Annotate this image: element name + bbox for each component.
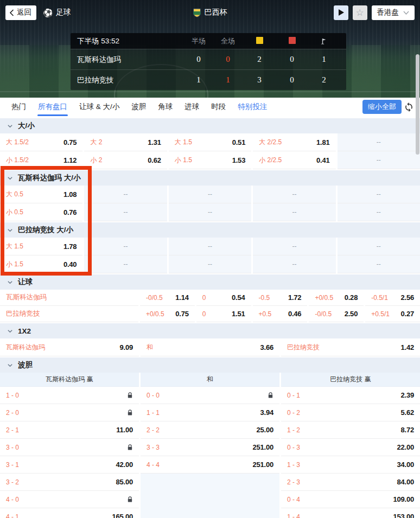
odds-label: 3 - 0 [6,444,19,451]
odds-cell[interactable]: 小 0.50.76 [0,203,82,221]
odds-value: 3.66 [260,343,273,351]
odds-label: 4 - 4 [147,461,160,469]
odds-cell[interactable]: 2 - 111.00 [0,421,139,439]
odds-cell[interactable]: -0.51.72 [253,290,308,306]
odds-cell[interactable]: 0 - 25.62 [281,404,420,421]
odds-cell[interactable]: 2 - 384.00 [281,474,420,491]
home-corners: 1 [308,55,340,64]
odds-value: 1.14 [175,293,189,302]
odds-label: 0 - 4 [287,496,300,503]
tab-special-bets[interactable]: 特别投注 [232,98,273,116]
odds-cell[interactable]: +0.5/10.27 [365,306,420,322]
back-button[interactable]: 返回 [5,5,36,20]
odds-cell[interactable]: 1 - 28.72 [281,421,420,439]
odds-cell[interactable]: +0/0.50.28 [309,290,364,306]
refresh-button[interactable] [402,100,416,114]
odds-cell[interactable]: 大 1.5/20.75 [0,133,82,151]
section-header-ou-main[interactable]: 大/小 [0,118,420,133]
odds-value: 153.00 [393,513,414,518]
odds-label: 巴拉纳竞技 [287,343,320,352]
odds-cell[interactable]: 3 - 142.00 [0,456,139,474]
odds-value: 1.53 [232,156,246,164]
odds-cell[interactable]: 1 - 13.94 [141,404,279,421]
tab-correct-score[interactable]: 波胆 [125,98,152,116]
live-video-button[interactable] [334,5,348,20]
odds-value: 0.76 [63,208,77,216]
odds-value: 0.75 [175,310,189,318]
odds-cell[interactable]: 3 - 3251.00 [141,439,279,456]
odds-label: 2 - 1 [6,426,19,434]
section-header-ou-away[interactable]: 巴拉纳竞技 大/小 [0,222,420,238]
tab-corners[interactable]: 角球 [152,98,179,116]
odds-cell[interactable]: +0/0.50.75 [140,306,195,322]
tab-period[interactable]: 时段 [205,98,232,116]
odds-label: 小 2 [90,156,102,165]
odds-cell[interactable]: -0/0.51.14 [140,290,195,306]
section-header-ou-home[interactable]: 瓦斯科达伽玛 大/小 [0,170,420,186]
odds-value: 0.62 [148,156,161,164]
league-crest-icon [193,8,201,17]
scrollbar-thumb[interactable] [416,54,419,155]
odds-cell[interactable]: 小 1.5/21.12 [0,151,82,169]
tab-goals[interactable]: 进球 [179,98,205,116]
odds-value: 0.75 [63,138,77,146]
odds-cell[interactable]: 和3.66 [141,338,279,356]
odds-cell[interactable]: 0 - 322.00 [281,439,420,456]
odds-cell[interactable]: 00.54 [196,290,251,306]
odds-cell[interactable]: 巴拉纳竞技1.42 [281,338,420,356]
odds-cell-empty: -- [253,238,335,255]
tab-all-markets[interactable]: 所有盘口 [32,98,73,116]
tab-handicap-ou[interactable]: 让球 & 大/小 [73,98,125,116]
away-half-score: 1 [184,75,213,85]
odds-cell[interactable]: 大 0.51.08 [0,186,82,203]
odds-cell[interactable]: 小 20.62 [84,151,167,169]
odds-cell[interactable]: 4 - 1165.00 [0,508,139,518]
odds-cell[interactable]: 大 2/2.51.81 [253,133,335,151]
home-half-score: 0 [184,55,213,64]
odds-cell[interactable]: 小 1.51.53 [169,151,251,169]
odds-cell-blank [141,508,279,518]
odds-label: 1 - 3 [287,461,300,469]
odds-cell[interactable]: 01.51 [196,306,251,322]
odds-cell-empty: -- [169,203,251,221]
odds-value: 109.00 [393,495,414,503]
odds-cell[interactable]: 1 - 334.00 [281,456,420,474]
odds-cell[interactable]: -0/0.52.50 [309,306,364,322]
team-name-cell: 巴拉纳竞技 [0,306,138,322]
odds-label: 4 - 1 [6,513,19,518]
odds-cell[interactable]: 3 - 285.00 [0,474,139,491]
odds-cell[interactable]: 大 1.51.78 [0,238,82,255]
odds-cell[interactable]: -0.5/12.56 [365,290,420,306]
odds-value: 9.09 [119,343,133,351]
odds-value: 0.54 [232,293,245,302]
odds-type-dropdown[interactable]: 香港盘 [372,5,415,20]
odds-cell[interactable]: 瓦斯科达伽玛9.09 [0,338,139,356]
odds-cell[interactable]: 0 - 4109.00 [281,491,420,508]
odds-cell[interactable]: +0.50.46 [253,306,308,322]
odds-cell[interactable]: 0 - 12.39 [281,387,420,404]
odds-cell[interactable]: 小 1.50.40 [0,255,82,273]
odds-cell[interactable]: 小 2/2.50.41 [253,151,335,169]
section-header-correct-score[interactable]: 波胆 [0,357,420,373]
favorite-button[interactable]: ☆ [353,5,367,20]
tab-hot[interactable]: 热门 [5,98,32,116]
section-title: 1X2 [18,327,31,335]
odds-cell[interactable]: 大 1.50.51 [169,133,251,151]
odds-label: 0 - 1 [287,392,300,399]
odds-cell[interactable]: 大 21.31 [84,133,167,151]
odds-row: 巴拉纳竞技+0/0.50.7501.51+0.50.46-0/0.52.50+0… [0,306,420,322]
section-title: 让球 [18,277,33,287]
away-corners: 2 [308,75,340,85]
sport-selector[interactable]: ⚽ 足球 [43,8,71,17]
section-header-handicap[interactable]: 让球 [0,274,420,290]
odds-cell-empty: -- [338,203,420,221]
odds-cell[interactable]: 4 - 4251.00 [141,456,279,474]
full-column-label: 全场 [213,36,243,46]
odds-cell[interactable]: 2 - 225.00 [141,421,279,439]
collapse-all-button[interactable]: 缩小全部 [362,100,402,114]
odds-label: 小 0.5 [6,208,23,217]
section-header-1x2[interactable]: 1X2 [0,323,420,338]
odds-value: 25.00 [256,426,273,434]
odds-cell[interactable]: 1 - 4153.00 [281,508,420,518]
chevron-down-icon [7,279,13,285]
